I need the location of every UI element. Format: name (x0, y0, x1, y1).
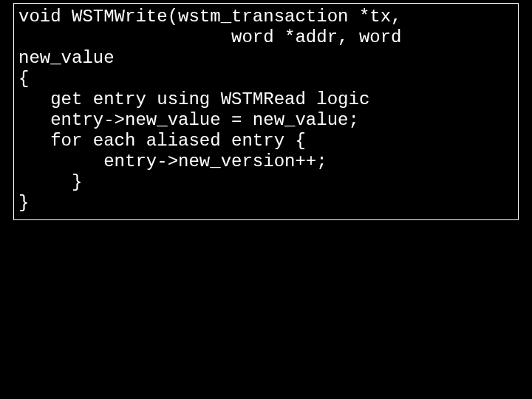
code-line: } (18, 172, 514, 193)
code-line: word *addr, word (18, 27, 514, 48)
code-line: get entry using WSTMRead logic (18, 89, 514, 110)
code-line: entry->new_version++; (18, 151, 514, 172)
code-line: { (18, 69, 514, 89)
code-line: entry->new_value = new_value; (18, 110, 514, 131)
code-box: void WSTMWrite(wstm_transaction *tx, wor… (13, 3, 519, 220)
code-line: void WSTMWrite(wstm_transaction *tx, (18, 7, 514, 27)
code-line: new_value (18, 48, 514, 69)
slide: void WSTMWrite(wstm_transaction *tx, wor… (0, 0, 532, 399)
code-line: } (18, 193, 514, 214)
code-line: for each aliased entry { (18, 131, 514, 151)
